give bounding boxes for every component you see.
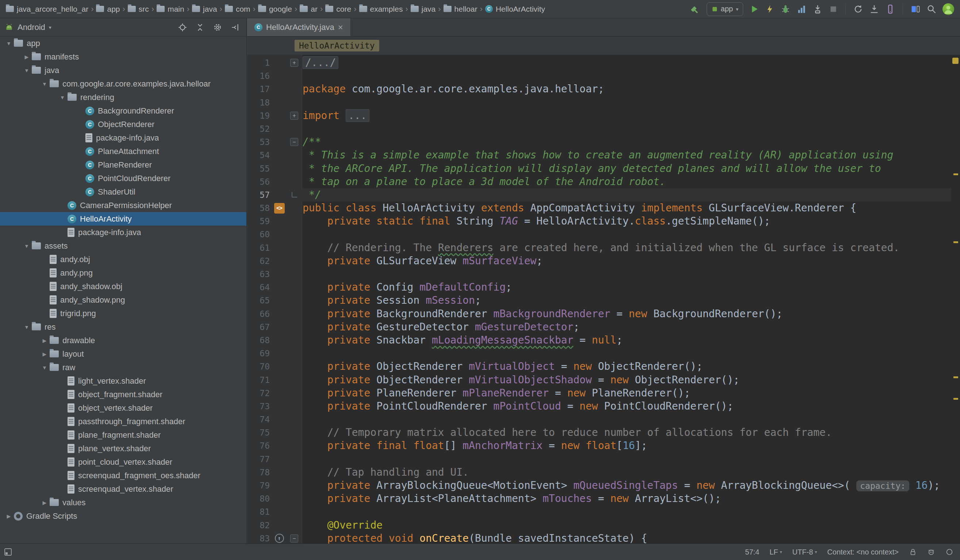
tree-item-andy-shadow-obj[interactable]: andy_shadow.obj: [0, 280, 246, 293]
tree-item-app[interactable]: ▼app: [0, 37, 246, 50]
caret-position-widget[interactable]: 57:4: [745, 548, 759, 556]
breadcrumb-item-java[interactable]: java: [192, 5, 217, 13]
tree-item-objectrenderer[interactable]: CObjectRenderer: [0, 118, 246, 131]
tree-item-andy-shadow-png[interactable]: andy_shadow.png: [0, 293, 246, 307]
breadcrumb-item-src[interactable]: src: [128, 5, 149, 13]
chevron-right-icon[interactable]: ▶: [39, 338, 50, 344]
tree-item-gradle-scripts[interactable]: ▶Gradle Scripts: [0, 509, 246, 523]
build-hammer-icon[interactable]: [690, 4, 701, 14]
tree-item-trigrid-png[interactable]: trigrid.png: [0, 307, 246, 320]
breadcrumb-item-core[interactable]: core: [325, 5, 351, 13]
chevron-down-icon[interactable]: ▼: [4, 40, 14, 46]
tree-item-passthrough-fragment-shader[interactable]: passthrough_fragment.shader: [0, 415, 246, 428]
run-config-selector[interactable]: app ▾: [707, 2, 743, 16]
tree-item-layout[interactable]: ▶layout: [0, 347, 246, 361]
gradle-sync-icon[interactable]: [853, 4, 863, 14]
fold-marker-plus[interactable]: +: [290, 112, 298, 120]
breadcrumb-item-helloaractivity[interactable]: CHelloArActivity: [485, 5, 545, 13]
breadcrumb-item-google[interactable]: google: [258, 5, 292, 13]
tree-item-camerapermissionhelper[interactable]: CCameraPermissionHelper: [0, 198, 246, 212]
search-icon[interactable]: [926, 4, 937, 14]
fold-marker-minus[interactable]: −: [290, 534, 298, 542]
tree-item-andy-png[interactable]: andy.png: [0, 266, 246, 280]
profiler-icon[interactable]: [797, 4, 807, 14]
tree-item-res[interactable]: ▼res: [0, 320, 246, 334]
chevron-right-icon[interactable]: ▶: [22, 54, 32, 60]
tree-item-manifests[interactable]: ▶manifests: [0, 50, 246, 64]
attach-debugger-icon[interactable]: [813, 4, 823, 14]
run-icon[interactable]: [749, 4, 759, 14]
user-avatar[interactable]: [942, 3, 954, 15]
tree-item-assets[interactable]: ▼assets: [0, 239, 246, 253]
chevron-down-icon[interactable]: ▼: [39, 365, 50, 371]
warning-stripe-mark[interactable]: [954, 173, 958, 175]
stop-icon[interactable]: [829, 4, 838, 14]
breadcrumb-item-java-arcore-hello-ar[interactable]: java_arcore_hello_ar: [6, 5, 88, 13]
tree-item-pointcloudrenderer[interactable]: CPointCloudRenderer: [0, 171, 246, 185]
context-widget[interactable]: Context: <no context>: [827, 548, 899, 556]
fold-marker-end[interactable]: [292, 192, 297, 197]
tree-item-helloaractivity[interactable]: CHelloArActivity: [0, 212, 246, 226]
tree-item-values[interactable]: ▶values: [0, 496, 246, 509]
settings-gear-icon[interactable]: [213, 22, 222, 32]
instant-run-bolt-icon[interactable]: [765, 4, 774, 14]
tree-item-light-vertex-shader[interactable]: light_vertex.shader: [0, 374, 246, 388]
chevron-down-icon[interactable]: ▼: [22, 243, 32, 249]
tree-item-package-info-java[interactable]: package-info.java: [0, 131, 246, 144]
breadcrumb-item-main[interactable]: main: [157, 5, 184, 13]
tree-item-screenquad-vertex-shader[interactable]: screenquad_vertex.shader: [0, 482, 246, 496]
breadcrumb-item-helloar[interactable]: helloar: [443, 5, 477, 13]
code-editor[interactable]: 1+/.../1617package com.google.ar.core.ex…: [247, 55, 960, 544]
project-view-selector[interactable]: Android ▾: [4, 22, 51, 32]
encoding-widget[interactable]: UTF-8 ▾: [792, 548, 817, 556]
tree-item-object-fragment-shader[interactable]: object_fragment.shader: [0, 388, 246, 401]
tree-item-com-google-ar-core-examples-java-helloar[interactable]: ▼com.google.ar.core.examples.java.helloa…: [0, 77, 246, 91]
warning-stripe-mark[interactable]: [954, 376, 958, 378]
chevron-right-icon[interactable]: ▶: [39, 351, 50, 357]
line-separator-widget[interactable]: LF ▾: [770, 548, 782, 556]
toolwindow-layout-icon[interactable]: [910, 4, 921, 14]
breadcrumb-item-examples[interactable]: examples: [359, 5, 403, 13]
fold-marker-minus[interactable]: −: [290, 138, 298, 146]
breadcrumb-item-java[interactable]: java: [411, 5, 436, 13]
tree-item-java[interactable]: ▼java: [0, 64, 246, 77]
chevron-right-icon[interactable]: ▶: [39, 500, 50, 506]
breadcrumb-item-app[interactable]: app: [96, 5, 120, 13]
collapse-all-icon[interactable]: [195, 22, 205, 32]
chevron-down-icon[interactable]: ▼: [39, 81, 50, 87]
hide-panel-icon[interactable]: [230, 22, 240, 32]
warning-stripe-mark[interactable]: [954, 398, 958, 400]
scrollbar-error-stripe[interactable]: [951, 55, 960, 544]
inspection-indicator[interactable]: [952, 58, 958, 64]
breadcrumb-item-com[interactable]: com: [225, 5, 250, 13]
tree-item-andy-obj[interactable]: andy.obj: [0, 253, 246, 266]
fold-marker-plus[interactable]: +: [290, 59, 298, 67]
tree-item-planerenderer[interactable]: CPlaneRenderer: [0, 158, 246, 171]
chevron-down-icon[interactable]: ▼: [57, 94, 67, 101]
tree-item-plane-vertex-shader[interactable]: plane_vertex.shader: [0, 442, 246, 455]
debug-icon[interactable]: [781, 4, 790, 14]
tree-item-object-vertex-shader[interactable]: object_vertex.shader: [0, 401, 246, 415]
close-icon[interactable]: ×: [338, 23, 343, 31]
tree-item-rendering[interactable]: ▼rendering: [0, 91, 246, 104]
warning-stripe-mark[interactable]: [954, 241, 958, 243]
tree-item-point-cloud-vertex-shader[interactable]: point_cloud_vertex.shader: [0, 455, 246, 469]
override-gutter-icon[interactable]: ↑: [275, 534, 284, 543]
breadcrumb-class-chip[interactable]: HelloArActivity: [294, 40, 379, 51]
breadcrumb-item-ar[interactable]: ar: [300, 5, 318, 13]
inspections-profile-icon[interactable]: [927, 548, 935, 556]
readonly-lock-icon[interactable]: [909, 548, 917, 556]
chevron-right-icon[interactable]: ▶: [4, 513, 14, 519]
toolwindow-switcher-icon[interactable]: [4, 547, 13, 556]
sdk-download-icon[interactable]: [869, 4, 879, 14]
chevron-down-icon[interactable]: ▼: [22, 324, 32, 330]
notifications-icon[interactable]: [946, 548, 954, 556]
tree-item-shaderutil[interactable]: CShaderUtil: [0, 185, 246, 198]
tree-item-drawable[interactable]: ▶drawable: [0, 334, 246, 347]
editor-tab-helloaractivity[interactable]: C HelloArActivity.java ×: [247, 18, 351, 36]
tree-item-plane-fragment-shader[interactable]: plane_fragment.shader: [0, 428, 246, 442]
locate-file-icon[interactable]: [178, 22, 187, 32]
tree-item-raw[interactable]: ▼raw: [0, 361, 246, 374]
tree-item-screenquad-fragment-oes-shader[interactable]: screenquad_fragment_oes.shader: [0, 469, 246, 482]
chevron-down-icon[interactable]: ▼: [22, 67, 32, 74]
